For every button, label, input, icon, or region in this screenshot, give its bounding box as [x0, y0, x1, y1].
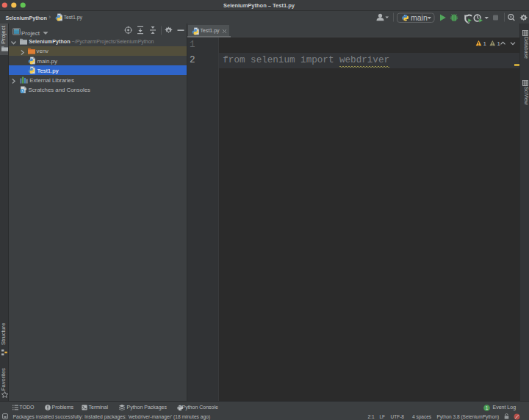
svg-text:1: 1 — [486, 405, 489, 410]
svg-text:1: 1 — [483, 40, 487, 47]
svg-text:main: main — [411, 13, 428, 22]
svg-text:1: 1 — [497, 40, 500, 47]
